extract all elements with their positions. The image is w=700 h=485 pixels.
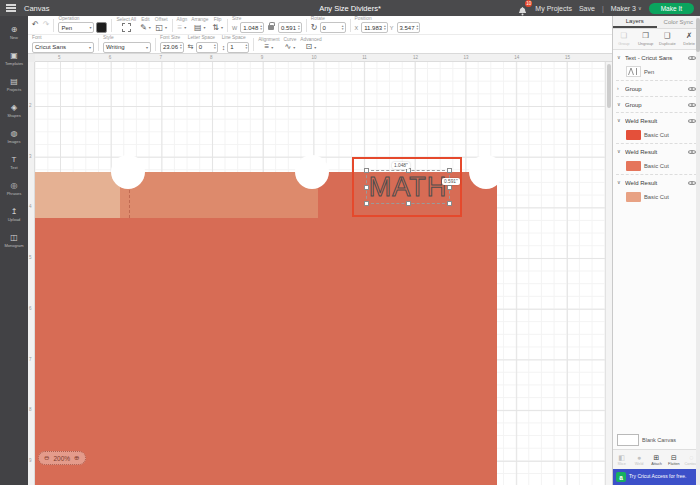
layer-text-cricut-sans[interactable]: ∨ Text - Cricut Sans: [613, 51, 700, 64]
attach-button[interactable]: ⊞Attach: [648, 454, 665, 466]
slice-button[interactable]: ◧Slice: [613, 454, 630, 466]
curve-dropdown[interactable]: ∿▾: [285, 43, 296, 51]
resize-handle[interactable]: [447, 201, 452, 206]
sidebar-item-phrases[interactable]: ◎Phrases: [0, 176, 28, 202]
save-link[interactable]: Save: [579, 5, 595, 12]
hamburger-menu-icon[interactable]: [0, 4, 22, 12]
layer-group-expanded[interactable]: ∨ Group: [613, 98, 700, 111]
offset-dropdown[interactable]: ◱▾: [155, 24, 167, 32]
edit-dropdown[interactable]: ✎▾: [140, 24, 151, 32]
eye-icon[interactable]: [688, 54, 696, 62]
caret-down-icon[interactable]: ∨: [617, 55, 622, 60]
sidebar-item-new[interactable]: ⊕New: [0, 20, 28, 46]
duplicate-button[interactable]: ❑Duplicate: [657, 32, 679, 46]
font-dropdown[interactable]: Cricut Sans▾: [32, 42, 94, 53]
rotate-stepper[interactable]: 0: [320, 22, 346, 33]
caret-down-icon[interactable]: ∨: [617, 180, 622, 185]
divider-shape-peach[interactable]: [35, 172, 120, 218]
lock-icon[interactable]: [268, 25, 274, 30]
stepper-arrows-icon[interactable]: [180, 44, 182, 50]
my-projects-link[interactable]: My Projects: [535, 5, 572, 12]
tab-color-sync[interactable]: Color Sync: [657, 16, 700, 28]
select-all-icon[interactable]: [122, 23, 131, 32]
resize-handle[interactable]: [364, 201, 369, 206]
canvas-scrollbar[interactable]: [605, 62, 612, 485]
letter-space-stepper[interactable]: 0: [196, 42, 218, 53]
layer-weld-result-2[interactable]: ∨ Weld Result: [613, 145, 700, 158]
eye-icon[interactable]: [688, 117, 696, 125]
make-it-button[interactable]: Make It: [649, 3, 694, 14]
undo-icon[interactable]: ↶: [32, 21, 39, 29]
sidebar-item-upload[interactable]: ↥Upload: [0, 202, 28, 228]
sidebar-item-templates[interactable]: ▣Templates: [0, 46, 28, 72]
eye-icon[interactable]: [688, 179, 696, 187]
tab-layers[interactable]: Layers: [613, 16, 657, 28]
layer-basic-cut-3[interactable]: Basic Cut: [613, 189, 700, 204]
caret-down-icon[interactable]: ∨: [617, 102, 622, 107]
layer-pen-sublayer[interactable]: Pen: [613, 64, 700, 79]
flatten-button[interactable]: ⊟Flatten: [665, 454, 682, 466]
canvas-color-swatch[interactable]: [617, 434, 639, 446]
sidebar-item-shapes[interactable]: ◈Shapes: [0, 98, 28, 124]
caret-down-icon[interactable]: ∨: [617, 149, 622, 154]
operation-dropdown[interactable]: Pen▾: [58, 22, 94, 33]
stepper-arrows-icon[interactable]: [384, 25, 386, 31]
ungroup-button[interactable]: ❐Ungroup: [635, 32, 657, 46]
layer-group-collapsed[interactable]: › Group: [613, 82, 700, 95]
canvas-text[interactable]: MATH: [369, 173, 448, 201]
align-dropdown[interactable]: ≡▾: [178, 24, 187, 32]
layer-weld-result-3[interactable]: ∨ Weld Result: [613, 176, 700, 189]
alignment-dropdown[interactable]: ≡▾: [264, 43, 273, 51]
scrollbar-thumb[interactable]: [696, 18, 700, 52]
stepper-arrows-icon[interactable]: [298, 25, 300, 31]
style-dropdown[interactable]: Writing▾: [103, 42, 151, 53]
sidebar-item-projects[interactable]: ▤Projects: [0, 72, 28, 98]
resize-handle[interactable]: [364, 168, 369, 173]
position-x-stepper[interactable]: 11.983: [361, 22, 388, 33]
eye-icon[interactable]: [688, 101, 696, 109]
notifications-bell-icon[interactable]: 10: [517, 3, 528, 14]
stepper-arrows-icon[interactable]: [214, 44, 216, 50]
text-bounding-box[interactable]: MATH: [366, 170, 450, 204]
flip-dropdown[interactable]: ⇅▾: [212, 24, 223, 32]
stepper-arrows-icon[interactable]: [342, 25, 344, 31]
advanced-dropdown[interactable]: ⊡▾: [306, 43, 317, 51]
redo-icon[interactable]: ↷: [43, 21, 50, 29]
panel-scrollbar[interactable]: [696, 16, 700, 485]
group-button[interactable]: ❏Group: [613, 32, 635, 46]
pen-color-swatch[interactable]: [96, 22, 107, 33]
height-stepper[interactable]: 0.591: [278, 22, 302, 33]
scrollbar-thumb[interactable]: [607, 64, 611, 108]
caret-down-icon[interactable]: ∨: [617, 118, 622, 123]
width-stepper[interactable]: 1.048: [240, 22, 264, 33]
layer-basic-cut-1[interactable]: Basic Cut: [613, 127, 700, 142]
zoom-in-icon[interactable]: ⊕: [74, 454, 79, 462]
eye-icon[interactable]: [688, 148, 696, 156]
stepper-arrows-icon[interactable]: [417, 25, 419, 31]
divider-shape-salmon[interactable]: [120, 172, 318, 218]
eye-icon[interactable]: [688, 85, 696, 93]
caret-right-icon[interactable]: ›: [617, 86, 622, 91]
rotate-icon[interactable]: ↻: [311, 24, 318, 32]
arrange-dropdown[interactable]: ▤▾: [194, 24, 206, 32]
machine-selector[interactable]: Maker 3 ∨: [611, 5, 642, 12]
canvas-menu-label[interactable]: Canvas: [24, 4, 49, 13]
resize-handle[interactable]: [447, 185, 452, 190]
resize-handle[interactable]: [447, 168, 452, 173]
divider-body-coral[interactable]: [35, 218, 497, 485]
sidebar-item-images[interactable]: ◍Images: [0, 124, 28, 150]
sidebar-item-monogram[interactable]: ◫Monogram: [0, 228, 28, 254]
line-space-stepper[interactable]: 1: [227, 42, 249, 53]
weld-button[interactable]: ●Weld: [630, 454, 647, 466]
layer-basic-cut-2[interactable]: Basic Cut: [613, 158, 700, 173]
zoom-control[interactable]: ⊖ 200% ⊕: [38, 451, 86, 465]
stepper-arrows-icon[interactable]: [245, 44, 247, 50]
zoom-out-icon[interactable]: ⊖: [44, 454, 49, 462]
position-y-stepper[interactable]: 3.547: [397, 22, 421, 33]
design-canvas[interactable]: MATH 1.048" 0.591" ⊖ 200% ⊕ 567891011121…: [28, 54, 612, 485]
cricut-access-banner[interactable]: a Try Cricut Access for free.: [613, 469, 700, 485]
font-size-stepper[interactable]: 23.06: [160, 42, 184, 53]
layer-weld-result-1[interactable]: ∨ Weld Result: [613, 114, 700, 127]
stepper-arrows-icon[interactable]: [260, 25, 262, 31]
resize-handle[interactable]: [364, 185, 369, 190]
